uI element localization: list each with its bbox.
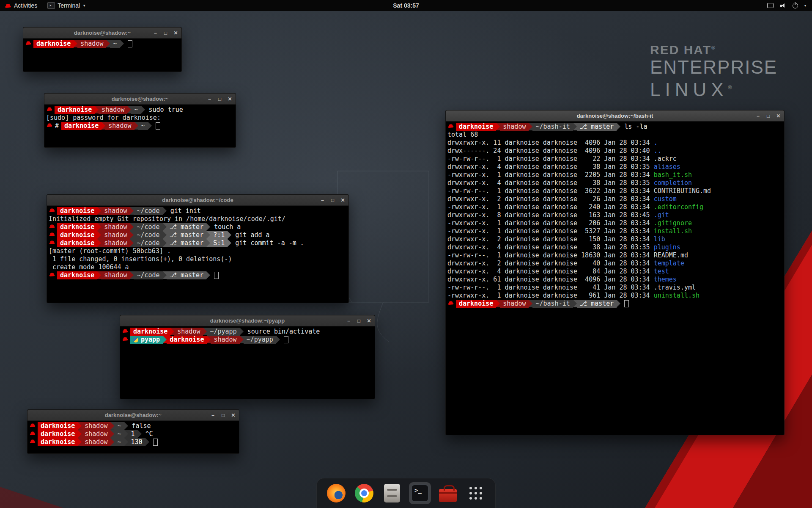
terminal-pyapp[interactable]: darknoise@shadow:~/pyapp–□✕darknoiseshad… bbox=[120, 315, 375, 399]
maximize-button[interactable]: □ bbox=[220, 413, 226, 418]
prompt-seg-user: darknoise bbox=[167, 336, 207, 344]
window-titlebar[interactable]: darknoise@shadow:~–□✕ bbox=[23, 28, 181, 39]
chrome-dock-icon[interactable] bbox=[353, 482, 375, 504]
powerline-separator bbox=[127, 106, 131, 113]
minimize-button[interactable]: – bbox=[320, 198, 325, 203]
command-text: git add a bbox=[235, 231, 269, 239]
close-button[interactable]: ✕ bbox=[776, 113, 781, 119]
terminal-prompt-line: darknoiseshadow~/pyappsource bin/activat… bbox=[122, 328, 373, 336]
prompt-seg-path: ~ bbox=[110, 40, 120, 48]
powerline-separator bbox=[240, 328, 244, 335]
chevron-down-icon[interactable]: ▾ bbox=[804, 4, 806, 8]
prompt-seg-host: shadow bbox=[105, 122, 134, 130]
files-dock-icon[interactable] bbox=[381, 482, 403, 504]
terminal-exit-codes[interactable]: darknoise@shadow:~–□✕darknoiseshadow~fal… bbox=[27, 409, 239, 454]
minimize-button[interactable]: – bbox=[755, 113, 761, 119]
maximize-button[interactable]: □ bbox=[330, 198, 335, 203]
minimize-button[interactable]: – bbox=[207, 97, 212, 102]
minimize-button[interactable]: – bbox=[346, 318, 351, 323]
terminal-sudo[interactable]: darknoise@shadow:~–□✕darknoiseshadow~sud… bbox=[44, 93, 236, 148]
activities-button[interactable]: Activities bbox=[0, 0, 42, 11]
power-icon[interactable] bbox=[793, 3, 798, 8]
clock[interactable]: Sat 03:57 bbox=[393, 2, 419, 9]
prompt-seg-path: ~/code bbox=[134, 223, 162, 231]
window-titlebar[interactable]: darknoise@shadow:~/bash-it–□✕ bbox=[446, 110, 784, 121]
terminal-bash-it[interactable]: darknoise@shadow:~/bash-it–□✕darknoisesh… bbox=[445, 110, 785, 435]
volume-icon[interactable] bbox=[780, 3, 786, 8]
chrome-icon bbox=[355, 484, 373, 502]
powerline-separator bbox=[163, 336, 167, 343]
powerline-separator bbox=[573, 300, 577, 307]
terminal-prompt-line: darknoiseshadow~130 bbox=[29, 438, 237, 446]
terminal-body[interactable]: darknoiseshadow~/bash-it⎇ masterls -lato… bbox=[446, 121, 784, 309]
powerline-separator bbox=[97, 239, 101, 247]
terminal-code[interactable]: darknoise@shadow:~/code–□✕darknoiseshado… bbox=[47, 194, 349, 303]
file-name: .. bbox=[654, 147, 661, 155]
window-title: darknoise@shadow:~/code bbox=[162, 197, 233, 203]
dock: >_ bbox=[316, 478, 496, 508]
command-text: false bbox=[132, 422, 151, 430]
prompt-seg-path: ~ bbox=[114, 430, 124, 438]
close-button[interactable]: ✕ bbox=[366, 318, 372, 323]
terminal-cursor bbox=[128, 40, 132, 47]
app-menu-terminal[interactable]: >_ Terminal ▼ bbox=[42, 0, 91, 11]
prompt-seg-user: darknoise bbox=[38, 422, 78, 430]
redhat-icon bbox=[5, 3, 11, 8]
window-controls: –□✕ bbox=[320, 195, 346, 205]
prompt-seg-user: darknoise bbox=[38, 430, 78, 438]
window-titlebar[interactable]: darknoise@shadow:~–□✕ bbox=[27, 410, 239, 421]
window-titlebar[interactable]: darknoise@shadow:~–□✕ bbox=[44, 94, 236, 105]
powerline-separator bbox=[78, 422, 82, 430]
terminal-body[interactable]: darknoiseshadow~/codegit initInitialized… bbox=[47, 206, 348, 281]
maximize-button[interactable]: □ bbox=[217, 97, 222, 102]
window-controls: –□✕ bbox=[210, 410, 236, 420]
firefox-icon bbox=[327, 484, 346, 502]
terminal-output-line: total 68 bbox=[447, 131, 782, 139]
command-text: git commit -a -m . bbox=[235, 239, 304, 247]
app-grid-dock-icon[interactable] bbox=[465, 482, 487, 504]
redhat-prompt-icon bbox=[49, 239, 55, 247]
terminal-prompt-line: #darknoiseshadow~ bbox=[46, 122, 234, 130]
prompt-seg-host: shadow bbox=[101, 223, 130, 231]
terminal-body[interactable]: darknoiseshadow~ bbox=[23, 39, 181, 49]
window-titlebar[interactable]: darknoise@shadow:~/code–□✕ bbox=[47, 195, 348, 206]
terminal-prompt-line: darknoiseshadow~/codegit init bbox=[49, 207, 347, 215]
output-text: drwxrwxr-x. 4 darknoise darknoise 38 Jan… bbox=[447, 163, 654, 171]
output-text: 1 file changed, 0 insertions(+), 0 delet… bbox=[49, 255, 232, 263]
firefox-dock-icon[interactable] bbox=[325, 482, 347, 504]
display-icon[interactable] bbox=[767, 3, 774, 8]
powerline-separator bbox=[203, 328, 207, 335]
terminal-home-small[interactable]: darknoise@shadow:~–□✕darknoiseshadow~ bbox=[23, 27, 182, 72]
window-titlebar[interactable]: darknoise@shadow:~/pyapp–□✕ bbox=[120, 315, 375, 326]
toolbox-dock-icon[interactable] bbox=[437, 482, 459, 504]
maximize-button[interactable]: □ bbox=[356, 318, 362, 323]
close-button[interactable]: ✕ bbox=[340, 198, 346, 203]
maximize-button[interactable]: □ bbox=[765, 113, 771, 119]
terminal-output-line: [master (root-commit) 50bcb63] . bbox=[49, 247, 347, 255]
terminal-body[interactable]: darknoiseshadow~falsedarknoiseshadow~1^C… bbox=[27, 421, 239, 447]
powerline-separator bbox=[240, 336, 244, 343]
prompt-seg-host: shadow bbox=[174, 328, 203, 336]
terminal-output-line: -rwxrwxr-x. 1 darknoise darknoise 2205 J… bbox=[447, 171, 782, 179]
terminal-dock-icon[interactable]: >_ bbox=[409, 482, 431, 504]
powerline-separator bbox=[206, 223, 210, 231]
terminal-body[interactable]: darknoiseshadow~/pyappsource bin/activat… bbox=[120, 326, 375, 345]
powerline-separator bbox=[163, 231, 167, 239]
close-button[interactable]: ✕ bbox=[227, 97, 233, 102]
maximize-button[interactable]: □ bbox=[163, 30, 168, 36]
powerline-separator bbox=[97, 231, 101, 239]
minimize-button[interactable]: – bbox=[210, 413, 216, 418]
prompt-seg-git: ⎇ master bbox=[167, 271, 207, 279]
prompt-seg-host: shadow bbox=[77, 40, 106, 48]
minimize-button[interactable]: – bbox=[153, 30, 158, 36]
terminal-cursor bbox=[153, 439, 158, 446]
terminal-body[interactable]: darknoiseshadow~sudo true[sudo] password… bbox=[44, 105, 236, 131]
close-button[interactable]: ✕ bbox=[230, 413, 236, 418]
close-button[interactable]: ✕ bbox=[173, 30, 178, 36]
terminal-output-line: drwxrwxr-x. 11 darknoise darknoise 4096 … bbox=[447, 139, 782, 147]
terminal-prompt-line: darknoiseshadow~/code⎇ master bbox=[49, 271, 347, 279]
terminal-output-line: drwxrwxr-x. 8 darknoise darknoise 163 Ja… bbox=[447, 211, 782, 219]
redhat-prompt-icon bbox=[49, 231, 55, 239]
system-status-area[interactable]: ▾ bbox=[761, 0, 812, 11]
powerline-separator bbox=[617, 300, 620, 307]
